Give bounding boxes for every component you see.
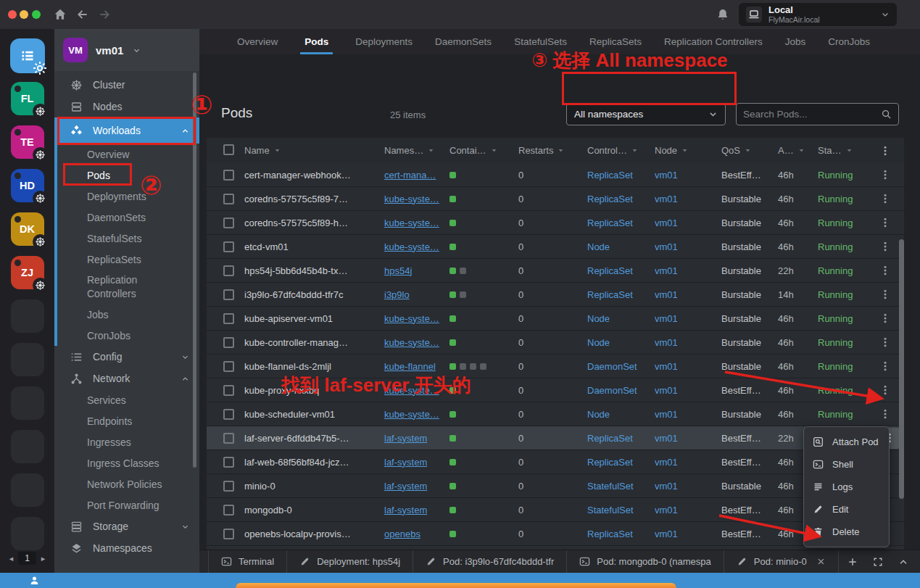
- row-checkbox[interactable]: [223, 313, 234, 324]
- row-checkbox[interactable]: [223, 385, 234, 396]
- node-link[interactable]: vm01: [655, 474, 700, 497]
- row-menu-kebab-icon[interactable]: [879, 355, 901, 378]
- controlled-by-link[interactable]: ReplicaSet: [587, 259, 652, 282]
- column-header-res[interactable]: Restarts: [518, 138, 569, 163]
- sidebar-scrollbar[interactable]: [193, 73, 196, 468]
- row-checkbox[interactable]: [223, 505, 234, 515]
- controlled-by-link[interactable]: Node: [587, 331, 652, 354]
- row-checkbox[interactable]: [223, 194, 234, 204]
- sidebar-subitem-network-policies[interactable]: Network Policies: [54, 473, 199, 494]
- dock-tab-pod-minio-0[interactable]: Pod: minio-0: [724, 550, 839, 573]
- collapse-dock-chevron-up-icon[interactable]: [898, 557, 908, 567]
- close-window-button[interactable]: [8, 10, 17, 19]
- rail-cluster-te[interactable]: TE: [11, 125, 44, 159]
- node-link[interactable]: vm01: [655, 378, 700, 402]
- sidebar-subitem-deployments[interactable]: Deployments: [54, 186, 199, 207]
- row-checkbox[interactable]: [223, 241, 234, 252]
- tab-daemonsets[interactable]: DaemonSets: [435, 29, 492, 54]
- controlled-by-link[interactable]: ReplicaSet: [587, 163, 652, 186]
- row-checkbox[interactable]: [223, 409, 234, 420]
- tab-replicasets[interactable]: ReplicaSets: [589, 29, 642, 54]
- namespace-link[interactable]: kube-syste…: [384, 402, 448, 426]
- node-link[interactable]: vm01: [655, 259, 700, 282]
- row-checkbox[interactable]: [223, 457, 234, 468]
- node-link[interactable]: vm01: [655, 283, 700, 306]
- table-scrollbar[interactable]: [899, 239, 904, 499]
- controlled-by-link[interactable]: ReplicaSet: [587, 450, 652, 473]
- pod-row[interactable]: kube-controller-manag…kube-syste…0Nodevm…: [207, 331, 904, 355]
- rail-cluster-fl[interactable]: FL: [11, 82, 44, 115]
- sidebar-item-network[interactable]: Network: [54, 368, 199, 389]
- column-header-ctrl[interactable]: Control…: [587, 138, 652, 163]
- pod-row[interactable]: kube-flannel-ds-2mljlkube-flannel0Daemon…: [207, 355, 904, 378]
- context-menu-item-edit[interactable]: Edit: [804, 498, 889, 521]
- row-menu-kebab-icon[interactable]: [879, 235, 901, 258]
- dock-tab-pod-mongodb-0-namespa[interactable]: Pod: mongodb-0 (namespa: [567, 550, 724, 573]
- sidebar-subitem-overview[interactable]: Overview: [54, 144, 199, 165]
- pod-row[interactable]: hps54j-5bb6d45b4b-tx…hps54j0ReplicaSetvm…: [207, 259, 904, 283]
- tab-pods[interactable]: Pods: [300, 29, 333, 54]
- namespace-link[interactable]: laf-system: [384, 474, 448, 497]
- column-header-cont[interactable]: Contai…: [449, 138, 518, 163]
- column-header-age[interactable]: A…: [778, 138, 813, 163]
- notifications-bell-icon[interactable]: [716, 8, 729, 21]
- pod-row[interactable]: kube-scheduler-vm01kube-syste…0Nodevm01B…: [207, 402, 904, 426]
- column-header-node[interactable]: Node: [655, 138, 700, 163]
- row-menu-kebab-icon[interactable]: [879, 211, 901, 234]
- sidebar-subitem-replication-controllers[interactable]: Replication Controllers: [54, 270, 199, 304]
- sidebar-subitem-ingress-classes[interactable]: Ingress Classes: [54, 452, 199, 473]
- sidebar-subitem-cronjobs[interactable]: CronJobs: [54, 325, 199, 346]
- controlled-by-link[interactable]: ReplicaSet: [587, 283, 652, 306]
- row-checkbox[interactable]: [223, 481, 234, 492]
- row-checkbox[interactable]: [223, 289, 234, 300]
- sidebar-subitem-daemonsets[interactable]: DaemonSets: [54, 207, 199, 228]
- column-header-name[interactable]: Name: [244, 138, 382, 163]
- column-header-ns[interactable]: Names…: [384, 138, 448, 163]
- sidebar-item-storage[interactable]: Storage: [54, 515, 199, 537]
- column-header-qos[interactable]: QoS: [721, 138, 776, 163]
- close-tab-icon[interactable]: [816, 557, 826, 566]
- namespace-link[interactable]: kube-syste…: [384, 378, 448, 402]
- row-menu-kebab-icon[interactable]: [879, 307, 901, 330]
- pod-row[interactable]: cert-manager-webhook…cert-mana…0ReplicaS…: [207, 163, 904, 187]
- sidebar-item-config[interactable]: Config: [54, 346, 199, 368]
- pod-row[interactable]: kube-apiserver-vm01kube-syste…0Nodevm01B…: [207, 307, 904, 331]
- row-menu-kebab-icon[interactable]: [879, 283, 901, 306]
- row-checkbox[interactable]: [223, 433, 234, 444]
- cluster-header[interactable]: VM vm01: [54, 29, 199, 71]
- controlled-by-link[interactable]: ReplicaSet: [587, 211, 652, 234]
- tab-overview[interactable]: Overview: [237, 29, 278, 54]
- context-menu-item-shell[interactable]: Shell: [804, 453, 889, 476]
- controlled-by-link[interactable]: DaemonSet: [587, 355, 652, 378]
- sidebar-subitem-replicasets[interactable]: ReplicaSets: [54, 249, 199, 270]
- dock-tab-deployment-hps54j[interactable]: Deployment: hps54j: [287, 550, 413, 573]
- namespace-select[interactable]: All namespaces: [566, 103, 726, 125]
- node-link[interactable]: vm01: [655, 307, 700, 330]
- node-link[interactable]: vm01: [655, 522, 700, 545]
- row-checkbox[interactable]: [223, 170, 234, 181]
- controlled-by-link[interactable]: StatefulSet: [587, 498, 652, 521]
- node-link[interactable]: vm01: [655, 211, 700, 234]
- controlled-by-link[interactable]: Node: [587, 235, 652, 258]
- sidebar-item-nodes[interactable]: Nodes: [54, 96, 199, 117]
- dock-tab-terminal[interactable]: Terminal: [208, 550, 287, 573]
- sidebar-item-namespaces[interactable]: Namespaces: [54, 537, 199, 559]
- select-all-checkbox[interactable]: [223, 144, 234, 155]
- context-menu-item-attach-pod[interactable]: Attach Pod: [804, 431, 889, 453]
- namespace-link[interactable]: i3p9lo: [384, 283, 448, 306]
- tab-cronjobs[interactable]: CronJobs: [828, 29, 870, 54]
- back-icon[interactable]: [76, 8, 89, 21]
- node-link[interactable]: vm01: [655, 331, 700, 354]
- row-menu-kebab-icon[interactable]: [879, 331, 901, 354]
- sidebar-subitem-pods[interactable]: Pods: [54, 165, 199, 186]
- sidebar-subitem-endpoints[interactable]: Endpoints: [54, 410, 199, 431]
- sidebar-item-cluster[interactable]: Cluster: [54, 74, 199, 96]
- tab-statefulsets[interactable]: StatefulSets: [514, 29, 567, 54]
- node-link[interactable]: vm01: [655, 402, 700, 426]
- node-link[interactable]: vm01: [655, 187, 700, 210]
- tab-replication-controllers[interactable]: Replication Controllers: [664, 29, 763, 54]
- pod-row[interactable]: kube-proxy-hxxbqkube-syste…0DaemonSetvm0…: [207, 378, 904, 402]
- namespace-link[interactable]: kube-flannel: [384, 355, 448, 378]
- row-menu-kebab-icon[interactable]: [879, 187, 901, 210]
- namespace-link[interactable]: kube-syste…: [384, 331, 448, 354]
